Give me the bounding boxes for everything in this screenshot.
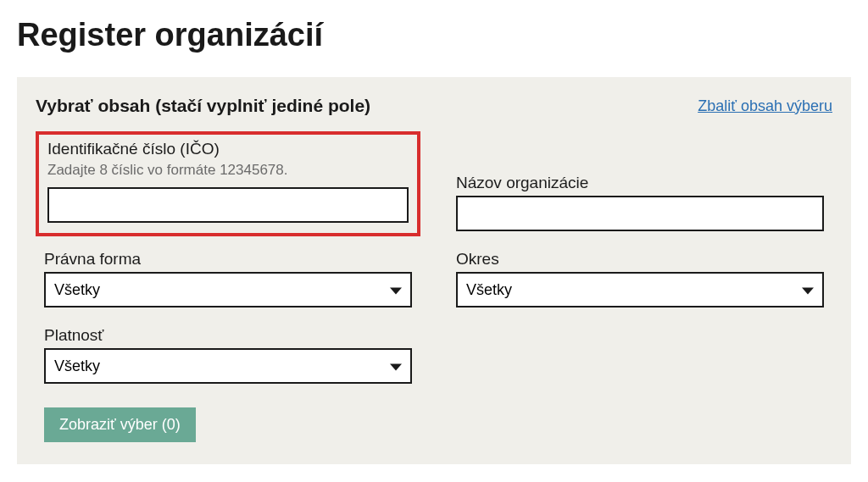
page-title: Register organizácií: [17, 17, 851, 53]
legal-form-label: Právna forma: [44, 250, 412, 269]
validity-select[interactable]: Všetky: [44, 348, 412, 384]
district-select[interactable]: Všetky: [456, 272, 824, 307]
ico-label: Identifikačné číslo (IČO): [47, 140, 409, 158]
field-group-org-name: Názov organizácie: [448, 167, 832, 241]
field-group-legal-form: Právna forma Všetky: [36, 243, 420, 318]
form-row-1: Identifikačné číslo (IČO) Zadajte 8 čísl…: [36, 131, 832, 241]
district-select-wrapper: Všetky: [456, 272, 824, 307]
field-group-district: Okres Všetky: [448, 243, 832, 318]
panel-title: Vybrať obsah (stačí vyplniť jediné pole): [36, 96, 370, 116]
collapse-link[interactable]: Zbaliť obsah výberu: [698, 97, 832, 115]
submit-button[interactable]: Zobraziť výber (0): [44, 407, 196, 442]
form-row-3: Platnosť Všetky: [36, 319, 832, 394]
field-group-ico: Identifikačné číslo (IČO) Zadajte 8 čísl…: [36, 131, 420, 236]
ico-hint: Zadajte 8 číslic vo formáte 12345678.: [47, 162, 409, 179]
validity-label: Platnosť: [44, 326, 412, 345]
district-label: Okres: [456, 250, 824, 269]
org-name-label: Názov organizácie: [456, 174, 824, 192]
field-group-validity: Platnosť Všetky: [36, 319, 420, 394]
panel-header: Vybrať obsah (stačí vyplniť jediné pole)…: [36, 96, 832, 116]
legal-form-select-wrapper: Všetky: [44, 272, 412, 307]
submit-row: Zobraziť výber (0): [36, 396, 832, 442]
form-row-2: Právna forma Všetky Okres Všetky: [36, 243, 832, 318]
validity-select-wrapper: Všetky: [44, 348, 412, 384]
org-name-input[interactable]: [456, 196, 824, 231]
ico-input[interactable]: [47, 187, 409, 223]
legal-form-select[interactable]: Všetky: [44, 272, 412, 307]
filter-panel: Vybrať obsah (stačí vyplniť jediné pole)…: [17, 77, 851, 464]
